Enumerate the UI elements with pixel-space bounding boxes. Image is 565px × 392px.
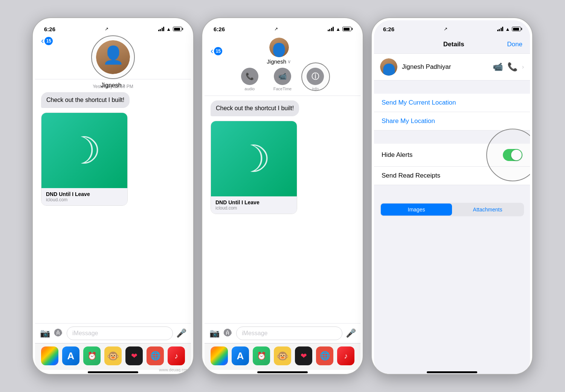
link-card-footer-2: DND Until I Leave icloud.com (211, 196, 297, 214)
facetime-circle: 📹 (274, 68, 291, 85)
section-divider-2 (374, 131, 530, 144)
phone-3: 6:26 ↗ ▲ Details Done (371, 17, 533, 375)
send-receipts-item: Send Read Receipts (374, 167, 530, 185)
phone-call-icon[interactable]: 📞 (507, 62, 518, 72)
action-audio[interactable]: 📞 audio (241, 68, 258, 91)
audio-circle: 📞 (241, 68, 258, 85)
done-button[interactable]: Done (507, 41, 522, 48)
link-card-row-1[interactable]: ☽ DND Until I Leave icloud.com (41, 111, 185, 206)
back-button-2[interactable]: ‹ 15 (211, 46, 222, 56)
bubble-2: Check out the shortcut I built! (211, 100, 299, 116)
input-bar-2: 📷 🅐 iMessage 🎤 (205, 323, 360, 343)
message-input-2[interactable]: iMessage (236, 327, 342, 340)
link-card-row-2[interactable]: ☽ DND Until I Leave icloud.com (211, 119, 354, 214)
mic-icon-2[interactable]: 🎤 (345, 328, 356, 338)
wifi-icon-1: ▲ (166, 26, 171, 32)
details-header: Details Done (374, 35, 530, 54)
location-text: Send My Current Location (382, 99, 522, 106)
section-divider-3 (374, 185, 530, 198)
battery-3 (512, 27, 521, 31)
dock-screentime-1[interactable]: ⏰ (83, 346, 101, 365)
dock-1: A ⏰ 🐵 ❤ 🌐 ♪ (35, 343, 191, 370)
dock-monkey-1[interactable]: 🐵 (104, 346, 122, 365)
tab-attachments[interactable]: Attachments (452, 204, 523, 216)
video-call-icon[interactable]: 📹 (493, 62, 503, 72)
location-icon-2: ↗ (274, 26, 278, 32)
segment-control: Images Attachments (380, 203, 524, 216)
toggle-knob (511, 150, 522, 160)
action-bar-2: 📞 audio 📹 FaceTime ⓘ (211, 65, 354, 93)
avatar-2 (269, 38, 289, 57)
hide-alerts-item: Hide Alerts (374, 144, 530, 167)
dock-monkey-2[interactable]: 🐵 (274, 346, 291, 365)
moon-icon-2: ☽ (237, 140, 271, 178)
hide-alerts-toggle[interactable] (503, 149, 522, 161)
share-location-item[interactable]: Share My Location (374, 112, 530, 131)
battery-1 (173, 27, 182, 31)
bubble-1: Check out the shortcut I built! (41, 92, 130, 108)
toggle-container[interactable] (503, 149, 522, 161)
location-item[interactable]: Send My Current Location (374, 94, 530, 112)
apps-icon-1[interactable]: 🅐 (53, 328, 64, 338)
dock-appstore-1[interactable]: A (62, 346, 79, 365)
dock-screentime-2[interactable]: ⏰ (253, 346, 270, 365)
status-bar-3: 6:26 ↗ ▲ (374, 20, 530, 35)
message-input-1[interactable]: iMessage (67, 327, 173, 340)
input-bar-1: 📷 🅐 iMessage 🎤 (35, 323, 191, 343)
moon-icon-1: ☽ (67, 132, 101, 169)
back-button-1[interactable]: ‹ 15 (41, 37, 53, 45)
messages-area-1: Yesterday 12:56 PM Check out the shortcu… (35, 79, 191, 323)
camera-icon-2[interactable]: 📷 (209, 328, 220, 338)
action-facetime[interactable]: 📹 FaceTime (273, 68, 292, 91)
status-icons-3: ▲ (497, 26, 521, 32)
facetime-label: FaceTime (273, 87, 292, 91)
share-location-text: Share My Location (382, 117, 522, 125)
dock-appstore-2[interactable]: A (232, 346, 249, 365)
bubble-row-1: Check out the shortcut I built! (41, 92, 185, 108)
link-card-image-1: ☽ (41, 113, 127, 188)
time-2: 6:26 (214, 26, 225, 32)
video-icon: 📹 (278, 72, 287, 81)
dock-web-1[interactable]: 🌐 (147, 346, 164, 365)
time-3: 6:26 (383, 26, 394, 32)
content-area-3 (374, 221, 530, 370)
status-icons-1: ▲ (158, 26, 182, 32)
location-icon: ↗ (105, 26, 108, 32)
tab-images[interactable]: Images (381, 204, 452, 216)
dock-photos-1[interactable] (41, 346, 58, 365)
contact-center-2[interactable]: Jignesh ∨ (267, 38, 291, 65)
dock-fitness-2[interactable]: ❤ (295, 346, 312, 365)
chevron-icon-1: › (123, 81, 125, 89)
dock-music-1[interactable]: ♪ (168, 346, 185, 365)
camera-icon-1[interactable]: 📷 (40, 328, 50, 338)
mic-icon-1[interactable]: 🎤 (176, 328, 186, 338)
section-divider-1 (374, 81, 530, 94)
audio-label: audio (244, 87, 255, 91)
contact-name-1[interactable]: Jignesh › (101, 81, 125, 89)
apps-icon-2[interactable]: 🅐 (223, 328, 233, 338)
time-1: 6:26 (44, 26, 55, 32)
link-card-2[interactable]: ☽ DND Until I Leave icloud.com (211, 121, 297, 214)
contact-info: Jignesh Padhiyar (402, 63, 488, 71)
contact-full-name: Jignesh Padhiyar (402, 63, 451, 70)
link-url-2: icloud.com (215, 205, 292, 211)
link-card-footer-1: DND Until I Leave icloud.com (41, 188, 127, 205)
home-indicator-2 (257, 371, 308, 373)
wifi-icon-2: ▲ (336, 26, 341, 32)
home-indicator-1 (88, 371, 138, 373)
dock-2: A ⏰ 🐵 ❤ 🌐 ♪ (205, 343, 360, 370)
link-card-1[interactable]: ☽ DND Until I Leave icloud.com (41, 112, 128, 206)
status-bar-2: 6:26 ↗ ▲ (205, 20, 360, 35)
dock-photos-2[interactable] (211, 346, 228, 365)
contact-actions: 📹 📞 › (493, 62, 524, 72)
link-url-1: icloud.com (46, 197, 123, 202)
avatar-3 (380, 58, 397, 76)
phone-icon: 📞 (246, 72, 254, 81)
send-receipts-text: Send Read Receipts (382, 172, 522, 179)
dock-music-2[interactable]: ♪ (337, 346, 354, 365)
dock-web-2[interactable]: 🌐 (316, 346, 333, 365)
action-info[interactable]: ⓘ info (307, 68, 324, 91)
dock-fitness-1[interactable]: ❤ (125, 346, 143, 365)
status-icons-2: ▲ (328, 26, 351, 32)
battery-2 (342, 27, 351, 31)
